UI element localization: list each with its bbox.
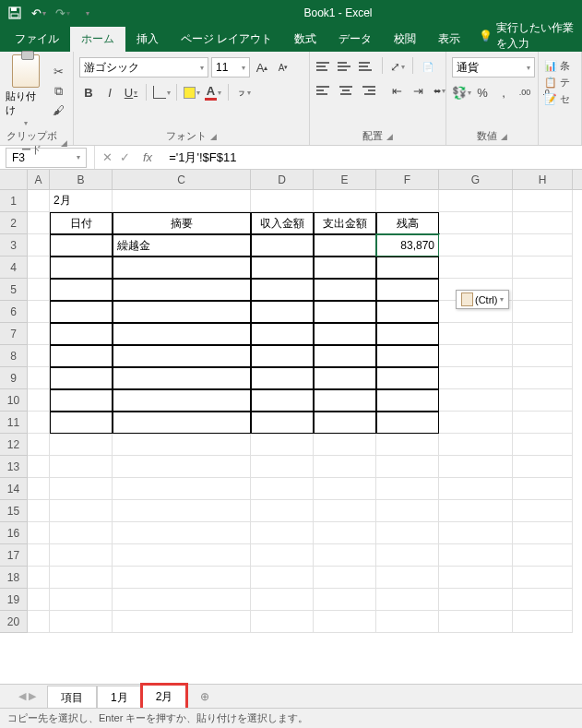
row-header-13[interactable]: 13	[0, 456, 28, 478]
cell-C2[interactable]: 摘要	[113, 212, 251, 234]
fill-color-button[interactable]: ▾	[183, 83, 201, 101]
cell-B17[interactable]	[50, 544, 113, 567]
cell-E11[interactable]	[314, 412, 376, 434]
conditional-formatting-button[interactable]: 📊 条	[544, 59, 576, 73]
cell-G2[interactable]	[439, 212, 513, 234]
cell-H10[interactable]	[513, 389, 573, 412]
cell-F14[interactable]	[376, 478, 439, 500]
cell-F16[interactable]	[376, 522, 439, 544]
cell-C8[interactable]	[113, 345, 251, 367]
row-header-19[interactable]: 19	[0, 589, 28, 611]
cell-D14[interactable]	[251, 478, 314, 500]
cell-B12[interactable]	[50, 434, 113, 456]
cell-A18[interactable]	[28, 567, 50, 589]
cell-A2[interactable]	[28, 212, 50, 234]
cell-A10[interactable]	[28, 389, 50, 412]
cell-C17[interactable]	[113, 544, 251, 567]
cell-F12[interactable]	[376, 434, 439, 456]
cell-D11[interactable]	[251, 412, 314, 434]
cell-C13[interactable]	[113, 456, 251, 478]
cell-E16[interactable]	[314, 522, 376, 544]
row-header-9[interactable]: 9	[0, 367, 28, 389]
cell-H1[interactable]	[513, 190, 573, 212]
cell-A3[interactable]	[28, 234, 50, 257]
cell-F13[interactable]	[376, 456, 439, 478]
cell-D1[interactable]	[251, 190, 314, 212]
row-header-6[interactable]: 6	[0, 301, 28, 323]
cell-D16[interactable]	[251, 522, 314, 544]
col-header-D[interactable]: D	[251, 170, 314, 189]
formula-input[interactable]	[165, 148, 582, 168]
align-top-icon[interactable]	[315, 57, 334, 76]
col-header-H[interactable]: H	[513, 170, 573, 189]
cell-A15[interactable]	[28, 500, 50, 522]
cell-D9[interactable]	[251, 367, 314, 389]
cell-B9[interactable]	[50, 367, 113, 389]
cell-D17[interactable]	[251, 544, 314, 567]
cell-H2[interactable]	[513, 212, 573, 234]
cell-G20[interactable]	[439, 611, 513, 633]
cell-G13[interactable]	[439, 456, 513, 478]
cell-G15[interactable]	[439, 500, 513, 522]
cell-C15[interactable]	[113, 500, 251, 522]
tab-formulas[interactable]: 数式	[283, 27, 327, 52]
cell-D5[interactable]	[251, 279, 314, 301]
cell-B11[interactable]	[50, 412, 113, 434]
fx-icon[interactable]: fx	[137, 150, 158, 164]
cell-C19[interactable]	[113, 589, 251, 611]
save-icon[interactable]	[4, 3, 26, 23]
cell-A7[interactable]	[28, 323, 50, 345]
tab-pagelayout[interactable]: ページ レイアウト	[170, 27, 283, 52]
sheet-tab-feb[interactable]: 2月	[142, 685, 187, 710]
cell-C3[interactable]: 繰越金	[113, 234, 251, 257]
font-color-button[interactable]: A▾	[204, 83, 222, 101]
col-header-C[interactable]: C	[113, 170, 251, 189]
cell-E14[interactable]	[314, 478, 376, 500]
col-header-F[interactable]: F	[376, 170, 439, 189]
cell-E4[interactable]	[314, 257, 376, 279]
number-format-dropdown[interactable]: 通貨▾	[452, 57, 535, 78]
cell-H8[interactable]	[513, 345, 573, 367]
sheet-tab-jan[interactable]: 1月	[97, 686, 142, 710]
cell-E19[interactable]	[314, 589, 376, 611]
cell-G8[interactable]	[439, 345, 513, 367]
font-size-dropdown[interactable]: 11▾	[211, 57, 250, 78]
cell-E20[interactable]	[314, 611, 376, 633]
cell-H13[interactable]	[513, 456, 573, 478]
cell-B1[interactable]: 2月	[50, 190, 113, 212]
underline-button[interactable]: U▾	[122, 83, 140, 101]
row-header-11[interactable]: 11	[0, 412, 28, 434]
cell-E12[interactable]	[314, 434, 376, 456]
cell-G1[interactable]	[439, 190, 513, 212]
cell-D20[interactable]	[251, 611, 314, 633]
cell-F4[interactable]	[376, 257, 439, 279]
row-header-18[interactable]: 18	[0, 567, 28, 589]
align-center-icon[interactable]	[337, 81, 355, 100]
cell-F1[interactable]	[376, 190, 439, 212]
cell-F19[interactable]	[376, 589, 439, 611]
row-header-17[interactable]: 17	[0, 544, 28, 567]
tell-me[interactable]: 💡 実行したい作業を入力	[471, 20, 582, 52]
cell-E5[interactable]	[314, 279, 376, 301]
tab-view[interactable]: 表示	[427, 27, 471, 52]
tab-insert[interactable]: 挿入	[125, 27, 170, 52]
cell-H18[interactable]	[513, 567, 573, 589]
cell-G10[interactable]	[439, 389, 513, 412]
row-header-1[interactable]: 1	[0, 190, 28, 212]
cell-A9[interactable]	[28, 367, 50, 389]
cell-H15[interactable]	[513, 500, 573, 522]
cell-B8[interactable]	[50, 345, 113, 367]
cell-E8[interactable]	[314, 345, 376, 367]
decrease-font-icon[interactable]: A▾	[274, 58, 292, 77]
cell-styles-button[interactable]: 📝 セ	[544, 92, 576, 106]
col-header-B[interactable]: B	[50, 170, 113, 189]
row-header-20[interactable]: 20	[0, 611, 28, 633]
row-header-10[interactable]: 10	[0, 389, 28, 412]
decrease-indent-icon[interactable]: ⇤	[387, 81, 406, 100]
row-header-5[interactable]: 5	[0, 279, 28, 301]
cell-F2[interactable]: 残高	[376, 212, 439, 234]
cell-D3[interactable]	[251, 234, 314, 257]
cell-G9[interactable]	[439, 367, 513, 389]
cell-A6[interactable]	[28, 301, 50, 323]
cell-B16[interactable]	[50, 522, 113, 544]
